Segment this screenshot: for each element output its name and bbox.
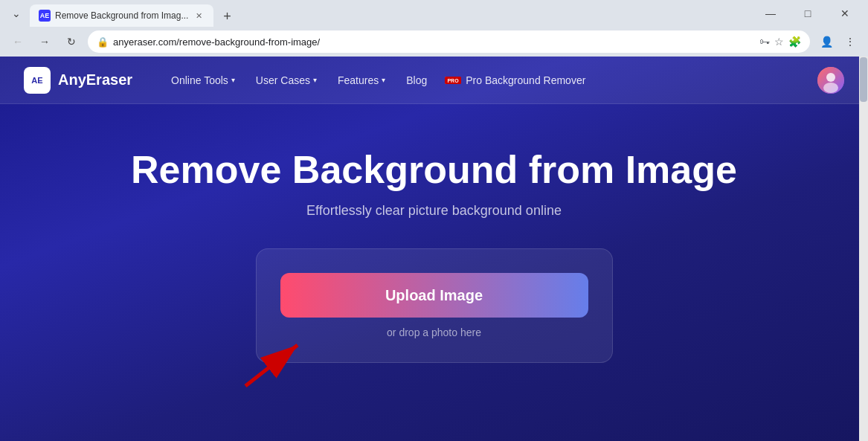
nav-blog-label: Blog (406, 74, 427, 86)
pro-label: Pro Background Remover (466, 74, 585, 86)
drop-text: or drop a photo here (280, 326, 588, 338)
key-icon[interactable]: 🗝 (759, 36, 770, 48)
tab-close-button[interactable]: ✕ (193, 10, 205, 22)
upload-image-button[interactable]: Upload Image (280, 273, 588, 318)
new-tab-button[interactable]: + (216, 6, 237, 27)
address-input[interactable]: 🔒 anyeraser.com/remove-background-from-i… (88, 30, 810, 53)
menu-button[interactable]: ⋮ (840, 31, 861, 52)
active-tab[interactable]: AE Remove Background from Imag... ✕ (30, 4, 213, 27)
nav-user-cases-label: User Cases (256, 74, 310, 86)
chevron-down-icon: ▾ (231, 76, 235, 84)
bookmark-icon[interactable]: ☆ (774, 36, 784, 48)
pro-icon: PRO (445, 77, 461, 84)
scrollbar-thumb[interactable] (860, 57, 867, 102)
nav-pro[interactable]: PRO Pro Background Remover (436, 70, 594, 91)
nav-features[interactable]: Features ▾ (329, 70, 394, 91)
refresh-button[interactable]: ↻ (61, 31, 82, 52)
nav-user-cases[interactable]: User Cases ▾ (247, 70, 326, 91)
maximize-button[interactable]: □ (791, 3, 825, 24)
page-content: AE AnyEraser Online Tools ▾ User Cases ▾… (0, 57, 868, 441)
user-avatar[interactable] (817, 67, 844, 94)
arrow-annotation (231, 334, 320, 396)
hero-subtitle: Effortlessly clear picture background on… (15, 203, 853, 219)
red-arrow-icon (231, 334, 320, 393)
address-security-icon: 🔒 (97, 36, 109, 48)
svg-point-4 (823, 83, 838, 93)
address-bar: ← → ↻ 🔒 anyeraser.com/remove-background-… (0, 27, 868, 57)
profile-button[interactable]: 👤 (816, 31, 837, 52)
chevron-down-icon: ▾ (313, 76, 317, 84)
brand-name: AnyEraser (58, 71, 132, 88)
chevron-down-icon: ▾ (382, 76, 385, 84)
svg-point-3 (826, 73, 835, 82)
tab-favicon: AE (39, 10, 51, 22)
hero-section: Remove Background from Image Effortlessl… (0, 104, 868, 393)
nav-features-label: Features (338, 74, 379, 86)
nav-online-tools[interactable]: Online Tools ▾ (162, 70, 244, 91)
forward-button[interactable]: → (34, 31, 55, 52)
address-text: anyeraser.com/remove-background-from-ima… (113, 36, 755, 48)
navbar: AE AnyEraser Online Tools ▾ User Cases ▾… (0, 57, 868, 104)
logo[interactable]: AE AnyEraser (24, 67, 132, 94)
nav-links: Online Tools ▾ User Cases ▾ Features ▾ B… (162, 70, 436, 91)
logo-icon: AE (24, 67, 51, 94)
svg-line-6 (245, 345, 298, 386)
tab-list-button[interactable]: ⌄ (6, 3, 27, 24)
close-button[interactable]: ✕ (828, 3, 862, 24)
nav-online-tools-label: Online Tools (171, 74, 228, 86)
scrollbar[interactable] (859, 57, 868, 441)
nav-blog[interactable]: Blog (397, 70, 436, 91)
svg-text:PRO: PRO (448, 78, 460, 83)
minimize-button[interactable]: — (753, 3, 788, 24)
extensions-icon[interactable]: 🧩 (788, 36, 801, 48)
tab-title: Remove Background from Imag... (55, 10, 188, 21)
back-button[interactable]: ← (7, 31, 28, 52)
hero-title: Remove Background from Image (15, 149, 853, 191)
